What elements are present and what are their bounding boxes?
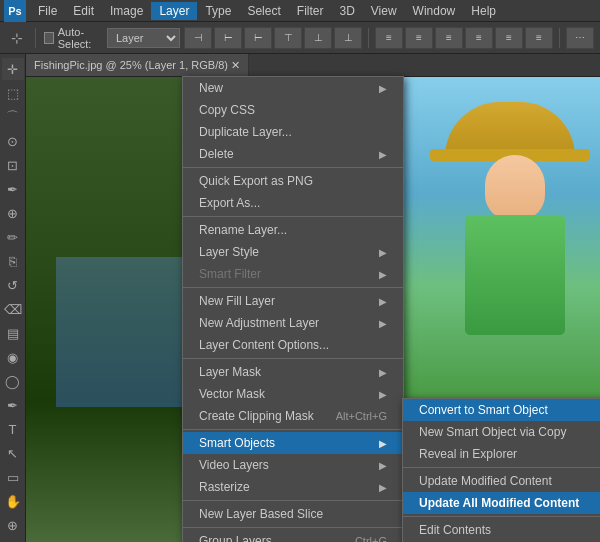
layer-menu: New▶ Copy CSS Duplicate Layer... Delete▶… <box>182 76 404 542</box>
toolbar-right-group: ⊣ ⊢ ⊢ ⊤ ⊥ ⊥ ≡ ≡ ≡ ≡ ≡ ≡ ⋯ <box>184 27 594 49</box>
zoom-tool[interactable]: ⊕ <box>2 514 24 536</box>
move-tool[interactable]: ✛ <box>2 58 24 80</box>
menu-smart-filter: Smart Filter▶ <box>183 263 403 285</box>
autoselect-checkbox[interactable] <box>44 32 54 44</box>
sep7 <box>183 527 403 528</box>
menu-window[interactable]: Window <box>405 2 464 20</box>
main-area: ✛ ⬚ ⌒ ⊙ ⊡ ✒ ⊕ ✏ ⎘ ↺ ⌫ ▤ ◉ ◯ ✒ T ↖ ▭ ✋ ⊕ … <box>0 54 600 542</box>
sep5 <box>183 429 403 430</box>
separator <box>35 28 36 48</box>
submenu-edit-contents[interactable]: Edit Contents <box>403 519 600 541</box>
canvas-area: FishingPic.jpg @ 25% (Layer 1, RGB/8) ✕ <box>26 54 600 542</box>
align-center-btn[interactable]: ⊢ <box>214 27 242 49</box>
menu-export-as[interactable]: Export As... <box>183 192 403 214</box>
type-tool[interactable]: T <box>2 418 24 440</box>
hand-tool[interactable]: ✋ <box>2 490 24 512</box>
submenu-update-modified[interactable]: Update Modified Content <box>403 470 600 492</box>
app-logo: Ps <box>4 0 26 22</box>
menu-file[interactable]: File <box>30 2 65 20</box>
canvas-info: (Layer 1, RGB/8) <box>145 59 228 71</box>
align-top-btn[interactable]: ⊤ <box>274 27 302 49</box>
align-bottom-btn[interactable]: ⊥ <box>334 27 362 49</box>
brush-tool[interactable]: ✏ <box>2 226 24 248</box>
menu-type[interactable]: Type <box>197 2 239 20</box>
menu-3d[interactable]: 3D <box>331 2 362 20</box>
menu-rasterize[interactable]: Rasterize▶ <box>183 476 403 498</box>
distribute3-btn[interactable]: ≡ <box>435 27 463 49</box>
options-toolbar: ⊹ Auto-Select: Layer Group ⊣ ⊢ ⊢ ⊤ ⊥ ⊥ ≡… <box>0 22 600 54</box>
sep2 <box>368 28 369 48</box>
autoselect-label: Auto-Select: <box>58 26 103 50</box>
menubar: Ps File Edit Image Layer Type Select Fil… <box>0 0 600 22</box>
distribute4-btn[interactable]: ≡ <box>465 27 493 49</box>
distribute2-btn[interactable]: ≡ <box>405 27 433 49</box>
align-left-btn[interactable]: ⊣ <box>184 27 212 49</box>
shape-tool[interactable]: ▭ <box>2 466 24 488</box>
menu-duplicate[interactable]: Duplicate Layer... <box>183 121 403 143</box>
menu-new-adjustment[interactable]: New Adjustment Layer▶ <box>183 312 403 334</box>
sep4 <box>183 358 403 359</box>
submenu-reveal[interactable]: Reveal in Explorer <box>403 443 600 465</box>
menu-copy-css[interactable]: Copy CSS <box>183 99 403 121</box>
menu-smart-objects[interactable]: Smart Objects▶ <box>183 432 403 454</box>
distribute5-btn[interactable]: ≡ <box>495 27 523 49</box>
sep1 <box>183 167 403 168</box>
sep3 <box>183 287 403 288</box>
crop-tool[interactable]: ⊡ <box>2 154 24 176</box>
distribute-btn[interactable]: ≡ <box>375 27 403 49</box>
lasso-tool[interactable]: ⌒ <box>2 106 24 128</box>
canvas-tab-bar: FishingPic.jpg @ 25% (Layer 1, RGB/8) ✕ <box>26 54 600 77</box>
move-tool-options[interactable]: ⊹ <box>6 26 27 50</box>
menu-new-fill[interactable]: New Fill Layer▶ <box>183 290 403 312</box>
menu-rename[interactable]: Rename Layer... <box>183 219 403 241</box>
sep-s1 <box>403 467 600 468</box>
align-right-btn[interactable]: ⊢ <box>244 27 272 49</box>
menu-filter[interactable]: Filter <box>289 2 332 20</box>
sep-s2 <box>403 516 600 517</box>
autoselect-group: Auto-Select: Layer Group <box>44 26 180 50</box>
quick-select-tool[interactable]: ⊙ <box>2 130 24 152</box>
distribute6-btn[interactable]: ≡ <box>525 27 553 49</box>
sep6 <box>183 500 403 501</box>
eyedropper-tool[interactable]: ✒ <box>2 178 24 200</box>
canvas-tab[interactable]: FishingPic.jpg @ 25% (Layer 1, RGB/8) ✕ <box>26 54 249 76</box>
menu-group[interactable]: Group Layers Ctrl+G <box>183 530 403 542</box>
sep2 <box>183 216 403 217</box>
menu-edit[interactable]: Edit <box>65 2 102 20</box>
submenu-convert[interactable]: Convert to Smart Object <box>403 399 600 421</box>
menu-vector-mask[interactable]: Vector Mask▶ <box>183 383 403 405</box>
clone-stamp-tool[interactable]: ⎘ <box>2 250 24 272</box>
blur-tool[interactable]: ◉ <box>2 346 24 368</box>
smart-objects-submenu: Convert to Smart Object New Smart Object… <box>402 398 600 542</box>
menu-layer[interactable]: Layer <box>151 2 197 20</box>
extras-btn[interactable]: ⋯ <box>566 27 594 49</box>
menu-view[interactable]: View <box>363 2 405 20</box>
submenu-new-via-copy[interactable]: New Smart Object via Copy <box>403 421 600 443</box>
eraser-tool[interactable]: ⌫ <box>2 298 24 320</box>
sep3 <box>559 28 560 48</box>
menu-delete[interactable]: Delete▶ <box>183 143 403 165</box>
history-brush-tool[interactable]: ↺ <box>2 274 24 296</box>
canvas-filename: FishingPic.jpg @ 25% <box>34 59 142 71</box>
rectangle-select-tool[interactable]: ⬚ <box>2 82 24 104</box>
menu-new[interactable]: New▶ <box>183 77 403 99</box>
menu-help[interactable]: Help <box>463 2 504 20</box>
menu-image[interactable]: Image <box>102 2 151 20</box>
pen-tool[interactable]: ✒ <box>2 394 24 416</box>
tool-panel: ✛ ⬚ ⌒ ⊙ ⊡ ✒ ⊕ ✏ ⎘ ↺ ⌫ ▤ ◉ ◯ ✒ T ↖ ▭ ✋ ⊕ <box>0 54 26 542</box>
menu-layer-mask[interactable]: Layer Mask▶ <box>183 361 403 383</box>
menu-video-layers[interactable]: Video Layers▶ <box>183 454 403 476</box>
autoselect-dropdown[interactable]: Layer Group <box>107 28 180 48</box>
menu-quick-export[interactable]: Quick Export as PNG <box>183 170 403 192</box>
submenu-update-all[interactable]: Update All Modified Content <box>403 492 600 514</box>
align-middle-btn[interactable]: ⊥ <box>304 27 332 49</box>
healing-brush-tool[interactable]: ⊕ <box>2 202 24 224</box>
path-select-tool[interactable]: ↖ <box>2 442 24 464</box>
gradient-tool[interactable]: ▤ <box>2 322 24 344</box>
menu-new-slice[interactable]: New Layer Based Slice <box>183 503 403 525</box>
menu-select[interactable]: Select <box>239 2 288 20</box>
menu-clipping-mask[interactable]: Create Clipping Mask Alt+Ctrl+G <box>183 405 403 427</box>
menu-layer-style[interactable]: Layer Style▶ <box>183 241 403 263</box>
menu-layer-content[interactable]: Layer Content Options... <box>183 334 403 356</box>
dodge-tool[interactable]: ◯ <box>2 370 24 392</box>
